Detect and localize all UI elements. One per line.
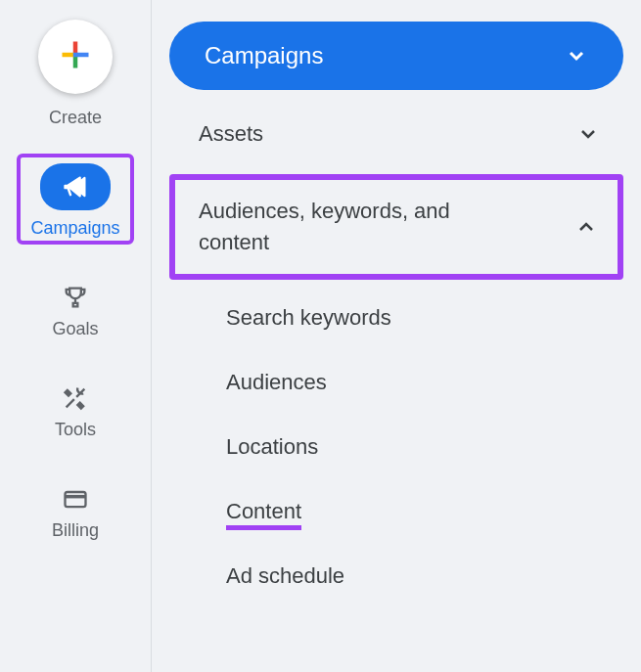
subnav-audiences[interactable]: Audiences (169, 350, 623, 415)
subnav-label: Locations (226, 434, 318, 459)
rail-item-campaigns[interactable]: Campaigns (17, 154, 133, 245)
subnav-label: Audiences (226, 370, 327, 394)
nav-assets[interactable]: Assets (169, 100, 623, 168)
rail-item-goals[interactable]: Goals (42, 278, 108, 345)
tools-icon (62, 384, 89, 412)
chevron-down-icon (565, 44, 588, 67)
subnav-search-keywords[interactable]: Search keywords (169, 286, 623, 350)
nav-primary-label: Campaigns (205, 42, 323, 69)
card-icon (62, 485, 89, 513)
rail-item-label: Billing (52, 520, 99, 541)
create-button[interactable] (38, 20, 113, 94)
chevron-down-icon (576, 122, 600, 146)
subnav-label: Content (226, 499, 301, 530)
svg-rect-5 (66, 492, 86, 507)
subnav-locations[interactable]: Locations (169, 415, 623, 479)
trophy-icon (62, 284, 89, 311)
subnav-ad-schedule[interactable]: Ad schedule (169, 544, 623, 608)
svg-rect-1 (77, 53, 89, 58)
subnav-label: Ad schedule (226, 563, 344, 588)
rail-item-tools[interactable]: Tools (45, 379, 106, 446)
rail-item-label: Tools (55, 420, 96, 440)
svg-rect-4 (73, 53, 78, 58)
svg-rect-0 (73, 42, 78, 54)
svg-rect-3 (63, 53, 74, 58)
nav-row-label: Audiences, keywords, and content (199, 196, 492, 258)
nav-audiences-keywords-content[interactable]: Audiences, keywords, and content (169, 174, 623, 280)
rail-item-label: Goals (52, 319, 98, 339)
subnav-content[interactable]: Content (169, 479, 623, 544)
subnav-label: Search keywords (226, 305, 391, 330)
create-label: Create (49, 108, 102, 128)
svg-rect-2 (73, 57, 78, 68)
rail-item-billing[interactable]: Billing (42, 479, 109, 547)
nav-row-label: Assets (199, 121, 263, 147)
chevron-up-icon (574, 215, 598, 239)
rail-pill (40, 163, 111, 210)
megaphone-icon (62, 173, 89, 201)
nav-campaigns[interactable]: Campaigns (169, 22, 623, 90)
secondary-nav: Campaigns Assets Audiences, keywords, an… (152, 0, 641, 672)
plus-icon (58, 37, 93, 76)
rail-item-label: Campaigns (30, 218, 119, 239)
left-rail: Create Campaigns Goals (0, 0, 152, 672)
